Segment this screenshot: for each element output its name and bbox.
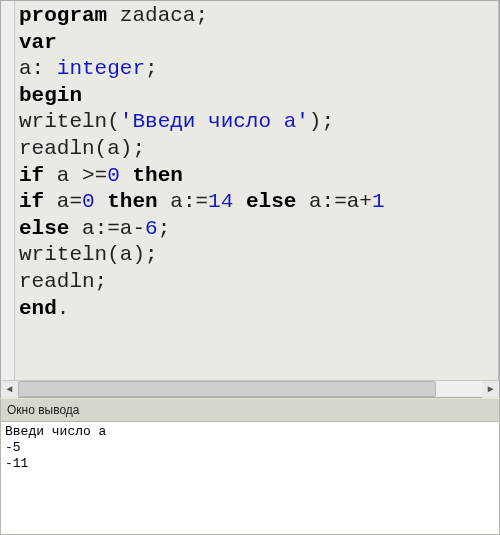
keyword: if — [19, 190, 44, 213]
code-line: if a >=0 then — [19, 163, 494, 190]
string-literal: 'Введи число а' — [120, 110, 309, 133]
keyword: var — [19, 31, 57, 54]
code-line: var — [19, 30, 494, 57]
keyword: then — [132, 164, 182, 187]
code-text: writeln( — [19, 110, 120, 133]
number: 0 — [107, 164, 120, 187]
code-line: a: integer; — [19, 56, 494, 83]
scrollbar-thumb[interactable] — [18, 381, 436, 397]
output-panel-title: Окно вывода — [0, 398, 500, 422]
keyword: else — [246, 190, 296, 213]
code-text: readln(a); — [19, 137, 145, 160]
code-text — [120, 164, 133, 187]
code-line: end. — [19, 296, 494, 323]
scroll-right-arrow-icon[interactable]: ► — [482, 381, 499, 398]
code-text: a: — [19, 57, 57, 80]
code-line: else a:=a-6; — [19, 216, 494, 243]
code-line: readln; — [19, 269, 494, 296]
code-text: zadaca; — [107, 4, 208, 27]
code-text: a= — [44, 190, 82, 213]
output-line: -11 — [5, 456, 28, 471]
scrollbar-track[interactable] — [18, 381, 482, 397]
keyword: if — [19, 164, 44, 187]
keyword: end — [19, 297, 57, 320]
code-editor[interactable]: program zadaca; var a: integer; begin wr… — [1, 1, 499, 380]
code-line: writeln(a); — [19, 242, 494, 269]
output-line: Введи число а — [5, 424, 106, 439]
keyword: program — [19, 4, 107, 27]
code-text — [233, 190, 246, 213]
output-line: -5 — [5, 440, 21, 455]
code-line: if a=0 then a:=14 else a:=a+1 — [19, 189, 494, 216]
number: 6 — [145, 217, 158, 240]
code-text — [95, 190, 108, 213]
code-text: writeln(a); — [19, 243, 158, 266]
code-area[interactable]: program zadaca; var a: integer; begin wr… — [15, 1, 499, 380]
keyword: begin — [19, 84, 82, 107]
code-text: ); — [309, 110, 334, 133]
code-line: program zadaca; — [19, 3, 494, 30]
keyword: else — [19, 217, 69, 240]
code-text: . — [57, 297, 70, 320]
code-editor-panel: program zadaca; var a: integer; begin wr… — [0, 0, 500, 398]
horizontal-scrollbar[interactable]: ◄ ► — [1, 380, 499, 397]
code-text: a:=a- — [69, 217, 145, 240]
code-line: writeln('Введи число а'); — [19, 109, 494, 136]
keyword: then — [107, 190, 157, 213]
scroll-left-arrow-icon[interactable]: ◄ — [1, 381, 18, 398]
editor-gutter — [1, 1, 15, 380]
code-text: a:=a+ — [296, 190, 372, 213]
code-text: a:= — [158, 190, 208, 213]
code-text: a >= — [44, 164, 107, 187]
number: 0 — [82, 190, 95, 213]
type: integer — [57, 57, 145, 80]
output-panel[interactable]: Введи число а -5 -11 — [0, 422, 500, 535]
number: 1 — [372, 190, 385, 213]
code-line: readln(a); — [19, 136, 494, 163]
code-text: ; — [158, 217, 171, 240]
code-text: readln; — [19, 270, 107, 293]
code-text: ; — [145, 57, 158, 80]
code-line: begin — [19, 83, 494, 110]
number: 14 — [208, 190, 233, 213]
